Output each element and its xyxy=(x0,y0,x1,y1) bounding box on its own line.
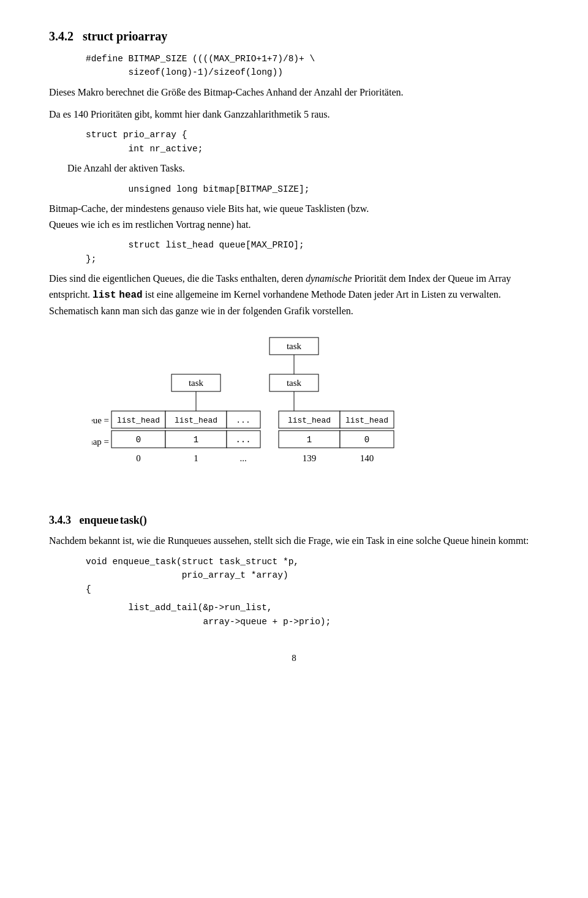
code-block-6: list_add_tail(&p->run_list, array->queue… xyxy=(86,601,539,628)
code-block-3: unsigned long bitmap[BITMAP_SIZE]; xyxy=(86,183,539,196)
section2-para1: Nachdem bekannt ist, wie die Runqueues a… xyxy=(49,533,539,549)
svg-text:0: 0 xyxy=(136,453,141,463)
svg-text:list_head: list_head xyxy=(288,416,331,425)
svg-text:list_head: list_head xyxy=(175,416,217,425)
svg-text:140: 140 xyxy=(360,453,374,463)
svg-text:task: task xyxy=(189,378,204,388)
diagram-area: task task task queue = list_head list_he… xyxy=(49,333,539,498)
label-3: Bitmap-Cache, der mindestens genauso vie… xyxy=(49,201,539,232)
svg-text:...: ... xyxy=(236,416,250,425)
section2-header: 3.4.3 enqueue task() xyxy=(49,514,539,527)
code-block-5: void enqueue_task(struct task_struct *p,… xyxy=(86,555,539,596)
diagram-svg: task task task queue = list_head list_he… xyxy=(92,333,496,498)
svg-text:task: task xyxy=(287,378,302,388)
svg-text:0: 0 xyxy=(364,435,369,445)
label-4: Dies sind die eigentlichen Queues, die d… xyxy=(49,271,539,319)
svg-text:list_head: list_head xyxy=(117,416,160,425)
svg-text:1: 1 xyxy=(194,453,198,463)
code-block-2: struct prio_array { int nr_active; xyxy=(86,128,539,156)
page-number: 8 xyxy=(49,653,539,663)
svg-text:task: task xyxy=(287,341,302,351)
label-3a: Bitmap-Cache, der mindestens genauso vie… xyxy=(49,203,369,214)
svg-text:1: 1 xyxy=(307,435,312,445)
svg-text:...: ... xyxy=(239,453,246,463)
svg-text:139: 139 xyxy=(303,453,317,463)
svg-text:...: ... xyxy=(235,435,251,445)
page-content: 3.4.2 struct prio⁠array #define BITMAP_S… xyxy=(49,29,539,628)
svg-text:bitmap =: bitmap = xyxy=(92,437,109,447)
svg-text:0: 0 xyxy=(136,435,141,445)
code-block-1: #define BITMAP_SIZE ((((MAX_PRIO+1+7)/8)… xyxy=(86,52,539,80)
svg-text:queue =: queue = xyxy=(92,415,109,425)
label-3b: Queues wie ich es im restlichen Vortrag … xyxy=(49,219,251,230)
code-block-4: struct list_head queue[MAX_PRIO]; }; xyxy=(86,238,539,266)
section-number: 3.4.2 xyxy=(49,29,74,43)
section2-number: 3.4.3 xyxy=(49,514,71,526)
section2-title: enqueue task() xyxy=(80,514,147,526)
para-2: Da es 140 Prioritäten gibt, kommt hier d… xyxy=(49,107,539,123)
label-2: Die Anzahl der aktiven Tasks. xyxy=(67,160,539,176)
section-header: 3.4.2 struct prio⁠array xyxy=(49,29,539,43)
para-1: Dieses Makro berechnet die Größe des Bit… xyxy=(49,85,539,100)
svg-text:list_head: list_head xyxy=(345,416,388,425)
svg-text:1: 1 xyxy=(194,435,198,445)
section-title-text: struct prio⁠array xyxy=(83,29,167,43)
